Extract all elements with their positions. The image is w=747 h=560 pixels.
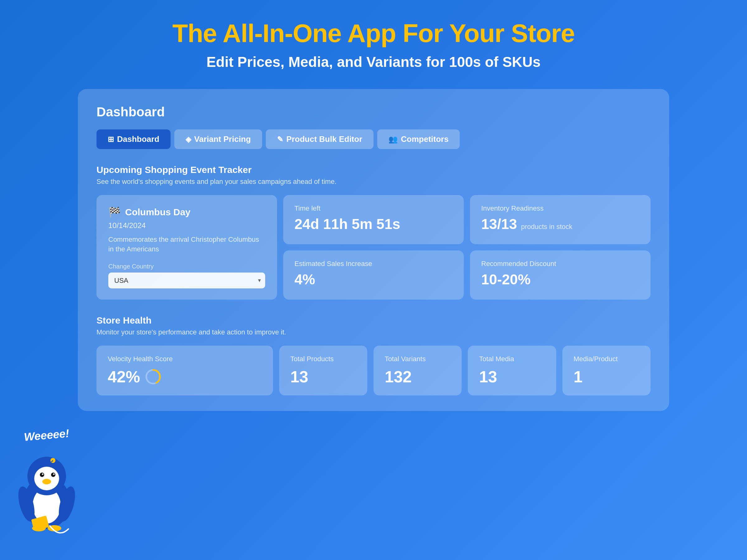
event-flag-icon: 🏁 (108, 206, 121, 218)
media-per-product-card: Media/Product 1 (562, 346, 650, 395)
hero-title: The All-In-One App For Your Store (173, 19, 575, 48)
tab-competitors[interactable]: 👥 Competitors (377, 129, 460, 149)
event-date: 10/14/2024 (108, 221, 265, 230)
dashboard-icon: ⊞ (108, 135, 114, 144)
estimated-sales-value: 4% (294, 271, 453, 288)
country-select[interactable]: USA UK Canada Australia Germany France (108, 272, 265, 288)
time-left-label: Time left (294, 205, 453, 212)
tab-product-bulk-editor[interactable]: ✎ Product Bulk Editor (266, 129, 374, 149)
inventory-readiness-value: 13/13 products in stock (481, 216, 639, 232)
svg-point-11 (53, 474, 55, 475)
mascot-penguin (12, 445, 81, 532)
tab-variant-pricing-label: Variant Pricing (194, 134, 251, 144)
store-health-section-title: Store Health (97, 315, 650, 326)
recommended-discount-value: 10-20% (481, 271, 639, 288)
estimated-sales-card: Estimated Sales Increase 4% (283, 250, 464, 300)
velocity-health-value: 42% (108, 367, 262, 386)
mascot-arm (47, 523, 72, 541)
hero-subtitle: Edit Prices, Media, and Variants for 100… (206, 54, 541, 70)
tab-dashboard[interactable]: ⊞ Dashboard (97, 129, 171, 149)
event-tracker-section-title: Upcoming Shopping Event Tracker (97, 165, 650, 175)
svg-point-5 (34, 466, 59, 490)
tab-product-bulk-editor-label: Product Bulk Editor (286, 134, 362, 144)
mascot: Weeeee! (12, 429, 81, 541)
mascot-text: Weeeee! (24, 427, 70, 444)
dashboard-container: Dashboard ⊞ Dashboard ◈ Variant Pricing … (78, 89, 669, 411)
svg-point-8 (42, 474, 44, 475)
event-name-row: 🏁 Columbus Day (108, 206, 265, 218)
total-variants-value: 132 (385, 367, 450, 386)
tab-dashboard-label: Dashboard (117, 134, 159, 144)
media-per-product-label: Media/Product (574, 355, 639, 363)
media-per-product-value: 1 (574, 367, 639, 386)
progress-ring-icon (145, 369, 161, 385)
recommended-discount-label: Recommended Discount (481, 260, 639, 268)
svg-point-7 (40, 473, 44, 477)
event-tracker-section-desc: See the world's shopping events and plan… (97, 178, 650, 186)
total-products-value: 13 (290, 367, 356, 386)
variant-pricing-icon: ◈ (185, 135, 191, 144)
competitors-icon: 👥 (388, 135, 398, 144)
total-media-card: Total Media 13 (468, 346, 556, 395)
total-products-card: Total Products 13 (279, 346, 367, 395)
tab-variant-pricing[interactable]: ◈ Variant Pricing (174, 129, 262, 149)
estimated-sales-label: Estimated Sales Increase (294, 260, 453, 268)
total-media-value: 13 (479, 367, 545, 386)
inventory-readiness-label: Inventory Readiness (481, 205, 639, 212)
velocity-health-label: Velocity Health Score (108, 355, 262, 363)
total-media-label: Total Media (479, 355, 545, 363)
velocity-health-percent: 42% (108, 367, 140, 386)
country-label: Change Country (108, 263, 265, 270)
inventory-readiness-card: Inventory Readiness 13/13 products in st… (470, 195, 650, 244)
nav-tabs: ⊞ Dashboard ◈ Variant Pricing ✎ Product … (97, 129, 650, 149)
event-name: Columbus Day (125, 207, 190, 217)
total-variants-label: Total Variants (385, 355, 450, 363)
svg-point-12 (42, 479, 51, 484)
tab-competitors-label: Competitors (401, 134, 448, 144)
time-left-card: Time left 24d 11h 5m 51s (283, 195, 464, 244)
inventory-readiness-sub: products in stock (521, 223, 572, 231)
dashboard-title: Dashboard (97, 105, 650, 119)
velocity-health-score-card: Velocity Health Score 42% (97, 346, 273, 395)
store-health-section-desc: Monitor your store's performance and tak… (97, 328, 650, 336)
inventory-readiness-number: 13/13 (481, 216, 517, 232)
health-grid: Velocity Health Score 42% Total Products… (97, 346, 650, 395)
total-products-label: Total Products (290, 355, 356, 363)
event-description: Commemorates the arrival Christopher Col… (108, 235, 265, 254)
country-select-wrapper: USA UK Canada Australia Germany France ▾ (108, 272, 265, 288)
recommended-discount-card: Recommended Discount 10-20% (470, 250, 650, 300)
time-left-value: 24d 11h 5m 51s (294, 216, 453, 232)
total-variants-card: Total Variants 132 (374, 346, 462, 395)
bulk-editor-icon: ✎ (277, 135, 283, 144)
event-main-card: 🏁 Columbus Day 10/14/2024 Commemorates t… (97, 195, 277, 300)
event-grid: 🏁 Columbus Day 10/14/2024 Commemorates t… (97, 195, 650, 300)
svg-point-10 (51, 473, 55, 477)
